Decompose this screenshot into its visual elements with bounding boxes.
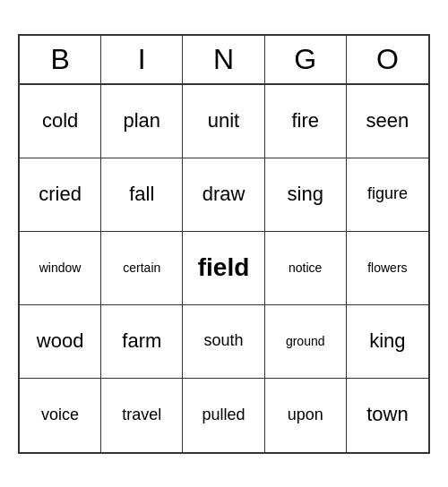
bingo-cell-4: seen: [347, 85, 428, 158]
bingo-cell-9: figure: [347, 158, 428, 232]
bingo-cell-17: south: [183, 305, 264, 379]
bingo-cell-21: travel: [101, 379, 183, 452]
header-letter-g: G: [265, 36, 347, 83]
cell-word-10: window: [39, 261, 82, 276]
header-letter-b: B: [20, 36, 101, 83]
cell-word-13: notice: [289, 261, 322, 276]
cell-word-16: farm: [122, 329, 161, 353]
bingo-cell-2: unit: [183, 85, 264, 158]
header-letter-o: O: [347, 36, 428, 83]
cell-word-2: unit: [208, 109, 239, 132]
cell-word-21: travel: [122, 406, 161, 425]
cell-word-15: wood: [37, 329, 84, 353]
cell-word-18: ground: [286, 334, 325, 349]
bingo-cell-13: notice: [265, 232, 347, 305]
bingo-cell-6: fall: [101, 158, 183, 232]
cell-word-7: draw: [202, 183, 246, 206]
bingo-cell-19: king: [347, 305, 428, 379]
bingo-cell-0: cold: [20, 85, 101, 158]
bingo-header: BINGO: [20, 36, 428, 85]
bingo-grid: coldplanunitfireseencriedfalldrawsingfig…: [20, 85, 428, 452]
bingo-cell-3: fire: [265, 85, 347, 158]
cell-word-8: sing: [288, 183, 323, 206]
cell-word-0: cold: [42, 109, 78, 132]
bingo-cell-23: upon: [265, 379, 347, 452]
bingo-cell-8: sing: [265, 158, 347, 232]
cell-word-19: king: [369, 329, 405, 353]
header-letter-i: I: [101, 36, 183, 83]
bingo-cell-12: field: [183, 232, 264, 305]
bingo-cell-11: certain: [101, 232, 183, 305]
cell-word-12: field: [198, 252, 250, 283]
cell-word-1: plan: [123, 109, 160, 132]
cell-word-3: fire: [291, 109, 319, 132]
cell-word-6: fall: [129, 183, 154, 206]
bingo-cell-7: draw: [183, 158, 264, 232]
bingo-cell-20: voice: [20, 379, 101, 452]
cell-word-23: upon: [288, 406, 323, 425]
cell-word-11: certain: [123, 261, 160, 276]
bingo-cell-18: ground: [265, 305, 347, 379]
cell-word-20: voice: [41, 406, 79, 425]
bingo-cell-22: pulled: [183, 379, 264, 452]
cell-word-17: south: [203, 331, 243, 351]
cell-word-22: pulled: [202, 406, 245, 425]
bingo-cell-15: wood: [20, 305, 101, 379]
bingo-cell-10: window: [20, 232, 101, 305]
cell-word-4: seen: [366, 109, 409, 132]
bingo-cell-14: flowers: [347, 232, 428, 305]
cell-word-14: flowers: [367, 261, 407, 276]
cell-word-9: figure: [367, 184, 408, 204]
bingo-card: BINGO coldplanunitfireseencriedfalldraws…: [18, 34, 430, 454]
cell-word-5: cried: [39, 183, 82, 206]
bingo-cell-16: farm: [101, 305, 183, 379]
bingo-cell-1: plan: [101, 85, 183, 158]
cell-word-24: town: [366, 403, 408, 426]
bingo-cell-5: cried: [20, 158, 101, 232]
bingo-cell-24: town: [347, 379, 428, 452]
header-letter-n: N: [183, 36, 264, 83]
